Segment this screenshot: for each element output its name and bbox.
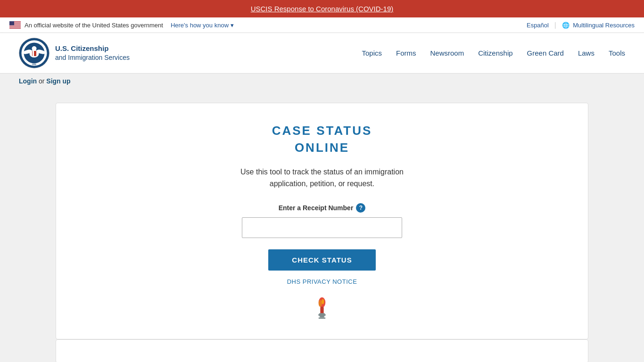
torch-area [66,296,578,320]
official-text: An official website of the United States… [25,22,163,29]
svg-rect-4 [9,25,21,26]
card-title: CASE STATUS ONLINE [66,122,578,156]
check-status-button[interactable]: CHECK STATUS [268,249,375,271]
card-description: Use this tool to track the status of an … [228,166,416,190]
signup-link[interactable]: Sign up [46,77,70,85]
nav-green-card[interactable]: Green Card [527,49,564,57]
espanol-link[interactable]: Español [527,22,549,29]
svg-point-20 [319,300,322,307]
or-text: or [39,77,46,85]
svg-point-21 [322,299,324,304]
torch-icon [313,296,331,320]
login-link[interactable]: Login [19,77,37,85]
bottom-card [56,339,588,362]
svg-rect-5 [9,26,21,27]
svg-rect-17 [34,51,35,56]
us-flag-icon [9,21,21,29]
receipt-label-text: Enter a Receipt Number [279,204,354,212]
nav-laws[interactable]: Laws [578,49,594,57]
svg-rect-25 [320,316,324,318]
main-nav: Topics Forms Newsroom Citizenship Green … [362,49,625,57]
gov-bar: An official website of the United States… [0,17,644,33]
main-content: CASE STATUS ONLINE Use this tool to trac… [0,89,644,362]
svg-rect-26 [319,318,326,319]
globe-icon: 🌐 [562,22,570,29]
receipt-label-row: Enter a Receipt Number ? [66,203,578,213]
svg-rect-6 [9,28,21,28]
svg-point-14 [32,46,37,51]
receipt-help-icon[interactable]: ? [356,203,365,213]
privacy-notice-link[interactable]: DHS PRIVACY NOTICE [66,278,578,285]
uscis-seal-icon: DHS [19,38,50,68]
nav-topics[interactable]: Topics [362,49,382,57]
multilingual-text: Multilingual Resources [573,22,635,29]
receipt-number-input[interactable] [242,217,402,238]
svg-rect-24 [319,313,325,315]
nav-tools[interactable]: Tools [609,49,625,57]
logo-text: U.S. Citizenship and Immigration Service… [55,43,130,63]
nav-citizenship[interactable]: Citizenship [478,49,512,57]
case-status-card: CASE STATUS ONLINE Use this tool to trac… [56,103,588,339]
covid-link[interactable]: USCIS Response to Coronavirus (COVID-19) [251,5,394,13]
divider: | [554,21,556,29]
svg-text:DHS: DHS [32,63,36,66]
site-header: DHS U.S. Citizenship and Immigration Ser… [0,33,644,74]
svg-rect-7 [9,21,14,25]
covid-banner: USCIS Response to Coronavirus (COVID-19) [0,0,644,17]
gov-bar-left: An official website of the United States… [9,21,234,29]
nav-newsroom[interactable]: Newsroom [430,49,464,57]
nav-forms[interactable]: Forms [396,49,416,57]
site-logo[interactable]: DHS U.S. Citizenship and Immigration Ser… [19,38,130,68]
multilingual-link[interactable]: 🌐 Multilingual Resources [562,22,635,29]
svg-rect-16 [33,51,34,56]
login-bar: Login or Sign up [0,74,644,89]
how-you-know-link[interactable]: Here's how you know ▾ [171,22,234,29]
gov-bar-right: Español | 🌐 Multilingual Resources [527,21,635,29]
